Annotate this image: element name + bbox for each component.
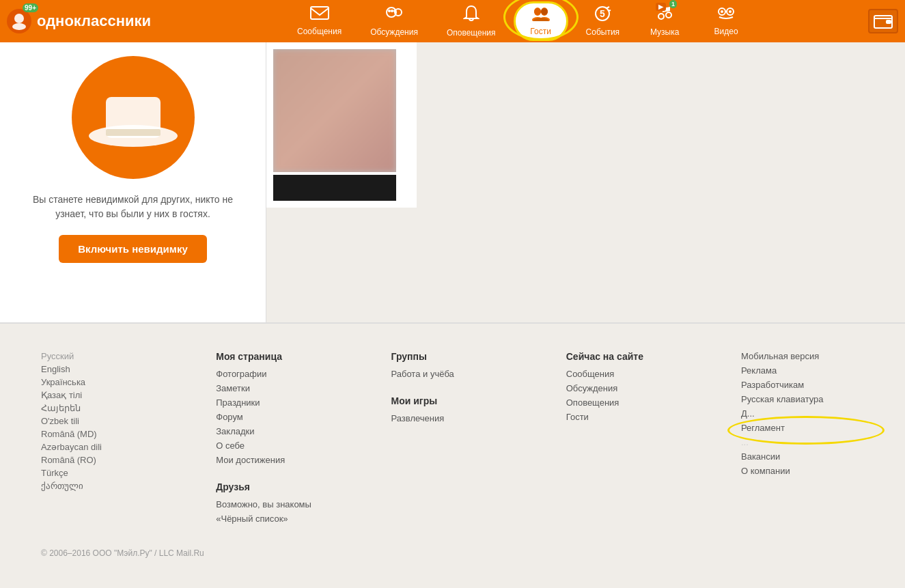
keyboard-link[interactable]: Русская клавиатура xyxy=(741,394,824,404)
svg-rect-2 xyxy=(311,7,329,19)
events-icon: 5 xyxy=(593,5,612,26)
now-guests-link[interactable]: Гости xyxy=(566,412,589,422)
svg-point-13 xyxy=(541,8,548,15)
link-now-discussions: Обсуждения xyxy=(566,383,689,393)
photos-link[interactable]: Фотографии xyxy=(216,369,266,379)
link-mobile: Мобильная версия xyxy=(741,351,864,361)
link-work-study: Работа и учёба xyxy=(391,369,514,379)
lang-azerbaijani-link[interactable]: Azərbaycan dili xyxy=(41,442,102,452)
svg-point-12 xyxy=(534,8,541,15)
messages-icon xyxy=(310,6,329,25)
work-study-link[interactable]: Работа и учёба xyxy=(391,369,454,379)
header: 99+ одноклассники Сообщения xyxy=(0,0,905,42)
lang-ukrainian-link[interactable]: Українська xyxy=(41,377,85,387)
lang-romanian-ro: Română (RO) xyxy=(41,455,164,465)
lang-russian-link[interactable]: Русский xyxy=(41,351,74,361)
lang-georgian-link[interactable]: ქართული xyxy=(41,481,83,491)
link-achievements: Мои достижения xyxy=(216,455,339,465)
mobile-link[interactable]: Мобильная версия xyxy=(741,351,819,361)
link-ads: Реклама xyxy=(741,365,864,376)
dot-link[interactable]: ... xyxy=(741,437,749,447)
about-link[interactable]: О себе xyxy=(216,440,245,451)
now-messages-link[interactable]: Сообщения xyxy=(566,369,615,379)
nav-events[interactable]: 5 События xyxy=(575,3,631,40)
lang-uzbek-link[interactable]: O'zbek tili xyxy=(41,416,79,426)
company-link[interactable]: О компании xyxy=(741,466,790,476)
vacancies-link[interactable]: Вакансии xyxy=(741,451,780,462)
blacklist-link[interactable]: «Чёрный список» xyxy=(216,514,288,524)
events-label: События xyxy=(586,27,620,37)
reglament-link[interactable]: Регламент xyxy=(741,423,785,433)
lang-ukrainian: Українська xyxy=(41,377,164,387)
svg-rect-24 xyxy=(886,20,891,24)
nav-discussions[interactable]: Обсуждения xyxy=(359,3,429,40)
lang-romanian-ro-link[interactable]: Română (RO) xyxy=(41,455,96,465)
friends-title: Друзья xyxy=(216,481,339,492)
d-link[interactable]: Д... xyxy=(741,408,755,419)
lang-romanian-md: Română (MD) xyxy=(41,429,164,439)
friends-links: Возможно, вы знакомы «Чёрный список» xyxy=(216,499,339,524)
footer-languages: Русский English Українська Қазақ тілі Հա… xyxy=(41,351,164,528)
lang-turkish: Türkçe xyxy=(41,468,164,478)
badge-99: 99+ xyxy=(23,3,38,12)
link-company: О компании xyxy=(741,466,864,476)
svg-point-7 xyxy=(393,10,396,12)
footer-my-page: Моя страница Фотографии Заметки Праздник… xyxy=(216,351,339,528)
svg-point-21 xyxy=(721,10,723,13)
nav-messages[interactable]: Сообщения xyxy=(286,3,352,39)
link-bookmarks: Закладки xyxy=(216,426,339,436)
holidays-link[interactable]: Праздники xyxy=(216,397,260,408)
svg-point-0 xyxy=(14,14,24,23)
footer-now-on-site: Сейчас на сайте Сообщения Обсуждения Опо… xyxy=(566,351,689,528)
forum-link[interactable]: Форум xyxy=(216,412,243,422)
nav-notifications[interactable]: Оповещения xyxy=(436,2,507,40)
logo-link[interactable]: 99+ одноклассники xyxy=(7,9,151,33)
link-about: О себе xyxy=(216,440,339,451)
now-title: Сейчас на сайте xyxy=(566,351,689,362)
notes-link[interactable]: Заметки xyxy=(216,383,250,393)
lang-russian: Русский xyxy=(41,351,164,361)
link-now-messages: Сообщения xyxy=(566,369,689,379)
guests-icon xyxy=(531,6,551,25)
lang-turkish-link[interactable]: Türkçe xyxy=(41,468,68,478)
now-notifications-link[interactable]: Оповещения xyxy=(566,397,619,408)
misc-links: Мобильная версия Реклама Разработчикам Р… xyxy=(741,351,864,476)
language-list: Русский English Українська Қазақ тілі Հա… xyxy=(41,351,164,491)
lang-kazakh-link[interactable]: Қазақ тілі xyxy=(41,390,82,400)
invisibility-promo-panel: Вы станете невидимкой для других, никто … xyxy=(0,42,266,322)
logo-icon: 99+ xyxy=(7,9,31,33)
footer-copyright: © 2006–2016 ООО "Мэйл.Ру" / LLC Mail.Ru xyxy=(41,548,864,558)
lang-romanian-md-link[interactable]: Română (MD) xyxy=(41,429,97,439)
promo-text: Вы станете невидимкой для других, никто … xyxy=(14,193,252,221)
discussions-label: Обсуждения xyxy=(370,27,418,37)
link-blacklist: «Чёрный список» xyxy=(216,514,339,524)
nav-video[interactable]: Видео xyxy=(699,3,753,39)
games-title: Мои игры xyxy=(391,395,514,406)
music-label: Музыка xyxy=(650,27,679,37)
achievements-link[interactable]: Мои достижения xyxy=(216,455,285,465)
groups-title: Группы xyxy=(391,351,514,362)
entertainment-link[interactable]: Развлечения xyxy=(391,413,445,423)
lang-armenian-link[interactable]: Հայերեն xyxy=(41,403,81,413)
guests-label: Гости xyxy=(530,27,551,36)
now-discussions-link[interactable]: Обсуждения xyxy=(566,383,618,393)
wallet-button[interactable] xyxy=(868,9,898,33)
maybe-know-link[interactable]: Возможно, вы знакомы xyxy=(216,499,311,509)
header-right xyxy=(868,9,898,33)
nav-music[interactable]: 1 ▶ Музыка xyxy=(637,3,692,40)
notifications-label: Оповещения xyxy=(447,28,496,38)
lang-english: English xyxy=(41,364,164,374)
developers-link[interactable]: Разработчикам xyxy=(741,380,804,390)
footer-misc: Мобильная версия Реклама Разработчикам Р… xyxy=(741,351,864,528)
svg-point-17 xyxy=(658,14,664,19)
ads-link[interactable]: Реклама xyxy=(741,365,777,376)
lang-english-link[interactable]: English xyxy=(41,364,70,374)
bookmarks-link[interactable]: Закладки xyxy=(216,426,254,436)
invisibility-button[interactable]: Включить невидимку xyxy=(59,235,207,263)
link-reglament-wrap: Регламент xyxy=(741,423,864,433)
link-entertainment: Развлечения xyxy=(391,413,514,423)
footer: Русский English Українська Қазақ тілі Հա… xyxy=(0,322,905,578)
nav-guests[interactable]: Гости xyxy=(514,1,568,41)
lang-uzbek: O'zbek tili xyxy=(41,416,164,426)
svg-point-1 xyxy=(12,23,26,30)
